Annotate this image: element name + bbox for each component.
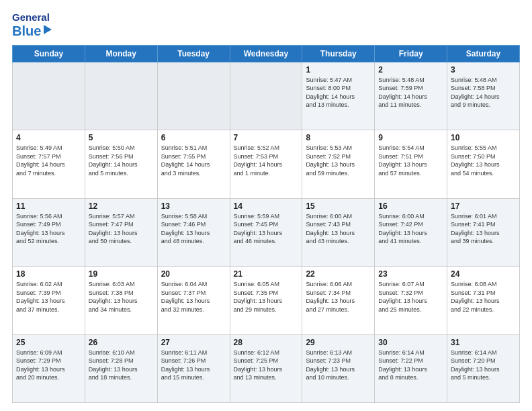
day-info: Sunrise: 5:57 AMSunset: 7:47 PMDaylight:… <box>89 212 154 246</box>
day-number: 9 <box>378 133 443 142</box>
calendar-cell: 23Sunrise: 6:07 AMSunset: 7:32 PMDayligh… <box>375 267 447 335</box>
page: GeneralBlue SundayMondayTuesdayWednesday… <box>0 0 532 411</box>
day-header-tuesday: Tuesday <box>157 45 230 62</box>
day-number: 14 <box>234 201 299 211</box>
day-header-thursday: Thursday <box>302 45 375 62</box>
week-row-5: 25Sunrise: 6:09 AMSunset: 7:29 PMDayligh… <box>13 334 520 403</box>
day-info: Sunrise: 6:07 AMSunset: 7:32 PMDaylight:… <box>378 280 443 314</box>
svg-marker-0 <box>44 25 52 34</box>
calendar-cell <box>230 62 302 130</box>
day-number: 13 <box>161 201 226 211</box>
calendar-cell: 7Sunrise: 5:52 AMSunset: 7:53 PMDaylight… <box>230 130 302 199</box>
day-info: Sunrise: 5:48 AMSunset: 7:58 PMDaylight:… <box>451 76 516 109</box>
calendar-cell: 10Sunrise: 5:55 AMSunset: 7:50 PMDayligh… <box>447 130 520 199</box>
calendar-cell: 22Sunrise: 6:06 AMSunset: 7:34 PMDayligh… <box>302 267 375 335</box>
calendar-cell: 8Sunrise: 5:53 AMSunset: 7:52 PMDaylight… <box>302 130 375 199</box>
header: GeneralBlue <box>12 12 520 38</box>
day-info: Sunrise: 5:47 AMSunset: 8:00 PMDaylight:… <box>306 76 371 109</box>
week-row-1: 1Sunrise: 5:47 AMSunset: 8:00 PMDaylight… <box>13 62 520 130</box>
calendar-cell: 31Sunrise: 6:14 AMSunset: 7:20 PMDayligh… <box>447 334 520 403</box>
calendar-cell: 17Sunrise: 6:01 AMSunset: 7:41 PMDayligh… <box>447 198 520 267</box>
week-row-3: 11Sunrise: 5:56 AMSunset: 7:49 PMDayligh… <box>13 198 520 267</box>
logo: GeneralBlue <box>12 12 53 38</box>
day-number: 26 <box>89 338 154 347</box>
day-number: 25 <box>16 338 81 347</box>
calendar-cell: 15Sunrise: 6:00 AMSunset: 7:43 PMDayligh… <box>302 198 375 267</box>
header-row: SundayMondayTuesdayWednesdayThursdayFrid… <box>13 45 520 62</box>
day-info: Sunrise: 6:06 AMSunset: 7:34 PMDaylight:… <box>306 280 371 314</box>
day-number: 5 <box>89 133 154 142</box>
calendar-cell: 19Sunrise: 6:03 AMSunset: 7:38 PMDayligh… <box>85 267 157 335</box>
week-row-4: 18Sunrise: 6:02 AMSunset: 7:39 PMDayligh… <box>13 267 520 335</box>
day-number: 30 <box>378 338 443 347</box>
calendar-cell: 4Sunrise: 5:49 AMSunset: 7:57 PMDaylight… <box>13 130 85 199</box>
day-info: Sunrise: 5:53 AMSunset: 7:52 PMDaylight:… <box>306 144 371 177</box>
day-info: Sunrise: 5:56 AMSunset: 7:49 PMDaylight:… <box>16 212 81 246</box>
day-info: Sunrise: 5:49 AMSunset: 7:57 PMDaylight:… <box>16 144 81 177</box>
calendar-cell: 13Sunrise: 5:58 AMSunset: 7:46 PMDayligh… <box>157 198 230 267</box>
day-number: 18 <box>16 269 81 279</box>
day-info: Sunrise: 6:08 AMSunset: 7:31 PMDaylight:… <box>451 280 516 314</box>
day-number: 31 <box>451 338 516 347</box>
day-info: Sunrise: 5:58 AMSunset: 7:46 PMDaylight:… <box>161 212 226 246</box>
day-number: 2 <box>378 65 443 75</box>
calendar-cell: 21Sunrise: 6:05 AMSunset: 7:35 PMDayligh… <box>230 267 302 335</box>
calendar-cell: 11Sunrise: 5:56 AMSunset: 7:49 PMDayligh… <box>13 198 85 267</box>
calendar-cell <box>157 62 230 130</box>
day-number: 23 <box>378 269 443 279</box>
calendar-cell: 14Sunrise: 5:59 AMSunset: 7:45 PMDayligh… <box>230 198 302 267</box>
day-info: Sunrise: 5:54 AMSunset: 7:51 PMDaylight:… <box>378 144 443 177</box>
day-number: 19 <box>89 269 154 279</box>
day-info: Sunrise: 6:11 AMSunset: 7:26 PMDaylight:… <box>161 349 226 382</box>
day-header-friday: Friday <box>375 45 447 62</box>
calendar-cell: 27Sunrise: 6:11 AMSunset: 7:26 PMDayligh… <box>157 334 230 403</box>
day-info: Sunrise: 6:03 AMSunset: 7:38 PMDaylight:… <box>89 280 154 314</box>
day-info: Sunrise: 5:55 AMSunset: 7:50 PMDaylight:… <box>451 144 516 177</box>
day-header-wednesday: Wednesday <box>230 45 302 62</box>
calendar-cell: 28Sunrise: 6:12 AMSunset: 7:25 PMDayligh… <box>230 334 302 403</box>
day-number: 1 <box>306 65 371 75</box>
day-number: 24 <box>451 269 516 279</box>
day-number: 8 <box>306 133 371 142</box>
week-row-2: 4Sunrise: 5:49 AMSunset: 7:57 PMDaylight… <box>13 130 520 199</box>
day-number: 6 <box>161 133 226 142</box>
calendar-cell: 24Sunrise: 6:08 AMSunset: 7:31 PMDayligh… <box>447 267 520 335</box>
day-header-saturday: Saturday <box>447 45 520 62</box>
calendar-table: SundayMondayTuesdayWednesdayThursdayFrid… <box>12 45 520 404</box>
calendar-cell: 25Sunrise: 6:09 AMSunset: 7:29 PMDayligh… <box>13 334 85 403</box>
day-info: Sunrise: 6:00 AMSunset: 7:43 PMDaylight:… <box>306 212 371 246</box>
day-header-monday: Monday <box>85 45 157 62</box>
logo-blue: Blue <box>12 24 41 38</box>
calendar-cell: 1Sunrise: 5:47 AMSunset: 8:00 PMDaylight… <box>302 62 375 130</box>
calendar-cell <box>13 62 85 130</box>
day-info: Sunrise: 6:14 AMSunset: 7:20 PMDaylight:… <box>451 349 516 382</box>
calendar-cell: 16Sunrise: 6:00 AMSunset: 7:42 PMDayligh… <box>375 198 447 267</box>
day-number: 4 <box>16 133 81 142</box>
calendar-cell: 26Sunrise: 6:10 AMSunset: 7:28 PMDayligh… <box>85 334 157 403</box>
logo-arrow-icon <box>41 24 53 38</box>
day-number: 7 <box>234 133 299 142</box>
day-number: 16 <box>378 201 443 211</box>
day-info: Sunrise: 6:04 AMSunset: 7:37 PMDaylight:… <box>161 280 226 314</box>
calendar-cell: 30Sunrise: 6:14 AMSunset: 7:22 PMDayligh… <box>375 334 447 403</box>
day-number: 27 <box>161 338 226 347</box>
day-info: Sunrise: 6:10 AMSunset: 7:28 PMDaylight:… <box>89 349 154 382</box>
day-number: 10 <box>451 133 516 142</box>
day-number: 29 <box>306 338 371 347</box>
day-number: 12 <box>89 201 154 211</box>
day-header-sunday: Sunday <box>13 45 85 62</box>
day-number: 15 <box>306 201 371 211</box>
calendar-cell: 2Sunrise: 5:48 AMSunset: 7:59 PMDaylight… <box>375 62 447 130</box>
day-info: Sunrise: 6:00 AMSunset: 7:42 PMDaylight:… <box>378 212 443 246</box>
day-info: Sunrise: 5:52 AMSunset: 7:53 PMDaylight:… <box>234 144 299 177</box>
day-number: 20 <box>161 269 226 279</box>
day-info: Sunrise: 5:48 AMSunset: 7:59 PMDaylight:… <box>378 76 443 109</box>
day-number: 28 <box>234 338 299 347</box>
day-info: Sunrise: 6:09 AMSunset: 7:29 PMDaylight:… <box>16 349 81 382</box>
calendar-cell: 12Sunrise: 5:57 AMSunset: 7:47 PMDayligh… <box>85 198 157 267</box>
calendar-cell <box>85 62 157 130</box>
calendar-cell: 5Sunrise: 5:50 AMSunset: 7:56 PMDaylight… <box>85 130 157 199</box>
day-info: Sunrise: 6:02 AMSunset: 7:39 PMDaylight:… <box>16 280 81 314</box>
day-info: Sunrise: 6:05 AMSunset: 7:35 PMDaylight:… <box>234 280 299 314</box>
day-info: Sunrise: 5:51 AMSunset: 7:55 PMDaylight:… <box>161 144 226 177</box>
